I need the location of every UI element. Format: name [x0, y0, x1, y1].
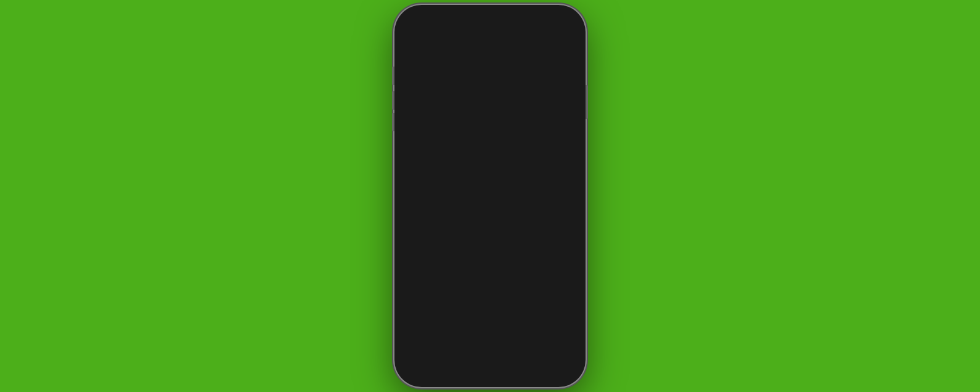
- exclaim-reaction-icon[interactable]: !!: [516, 59, 537, 80]
- reaction-bar: ♥ 👍 👎 HAHA !! ?: [418, 53, 570, 86]
- reply-label: Reply: [429, 200, 454, 211]
- thumbsup-reaction-icon[interactable]: 👍: [451, 59, 472, 80]
- copy-menu-item[interactable]: Copy: [418, 223, 561, 256]
- copy-label: Copy: [429, 234, 452, 245]
- svg-point-6: [539, 340, 541, 342]
- more-icon: [535, 333, 550, 348]
- copy-icon: [535, 232, 550, 247]
- more-menu-item[interactable]: More...: [418, 324, 561, 357]
- context-menu: Reply Copy Translate: [418, 189, 561, 357]
- svg-text:文: 文: [544, 274, 549, 279]
- more-label: More...: [429, 335, 460, 346]
- message-bubble: Wow she looks like a full on cat now. We…: [410, 88, 561, 157]
- svg-point-8: [544, 340, 546, 342]
- reply-icon: [535, 198, 550, 213]
- speak-label: Speak: [429, 301, 457, 312]
- phone-mockup: ♥ 👍 👎 HAHA !! ? Wow she looks like a ful…: [394, 5, 586, 387]
- question-reaction-icon[interactable]: ?: [537, 59, 558, 80]
- speak-icon: [535, 300, 550, 314]
- heart-reaction-icon[interactable]: ♥: [430, 59, 451, 80]
- translate-menu-item[interactable]: Translate A 文: [418, 256, 561, 290]
- translate-icon: A 文: [535, 266, 550, 280]
- phone-screen: ♥ 👍 👎 HAHA !! ? Wow she looks like a ful…: [401, 11, 579, 381]
- haha-reaction-icon[interactable]: HAHA: [494, 59, 515, 80]
- message-text: Wow she looks like a full on cat now. We…: [420, 98, 549, 147]
- translate-label: Translate: [429, 267, 470, 279]
- thumbsdown-reaction-icon[interactable]: 👎: [473, 59, 494, 80]
- svg-point-7: [542, 340, 544, 342]
- reply-menu-item[interactable]: Reply: [418, 189, 561, 223]
- svg-text:A: A: [537, 268, 541, 272]
- speak-menu-item[interactable]: Speak: [418, 290, 561, 324]
- svg-rect-0: [537, 235, 545, 245]
- blurred-message: [468, 23, 567, 47]
